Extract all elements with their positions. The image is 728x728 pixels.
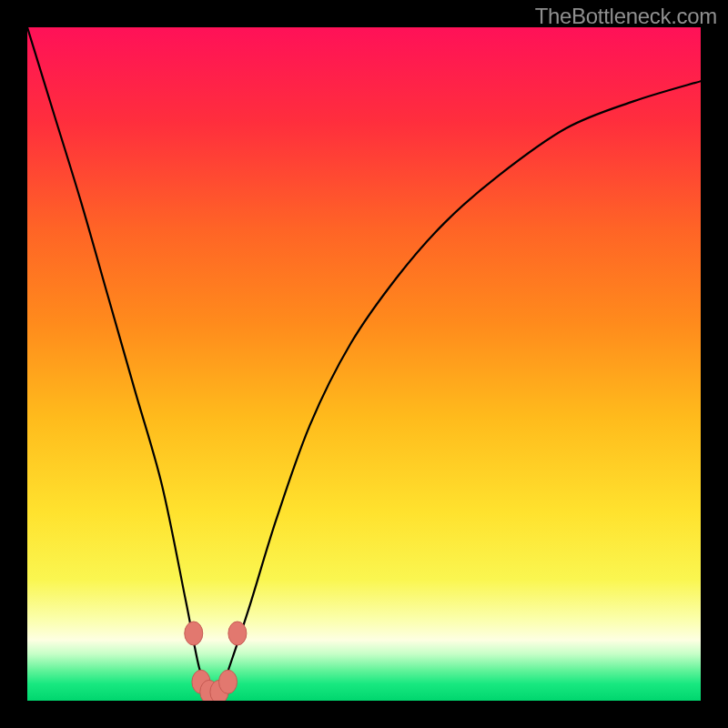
bottleneck-chart bbox=[27, 27, 701, 701]
curve-marker bbox=[228, 622, 247, 645]
chart-frame: TheBottleneck.com bbox=[0, 0, 728, 728]
curve-marker bbox=[219, 670, 238, 693]
curve-marker bbox=[185, 622, 203, 645]
watermark-label: TheBottleneck.com bbox=[535, 4, 717, 29]
plot-area bbox=[27, 27, 701, 701]
